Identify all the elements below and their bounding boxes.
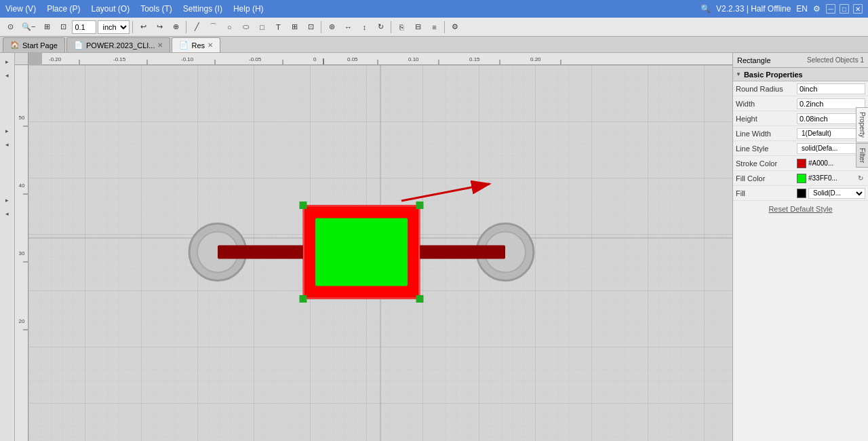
svg-rect-41: [416, 202, 423, 209]
h-ruler: -0.20 -0.15 -0.10 -0.05 0 0.05 0.10 0.15: [42, 53, 732, 65]
stroke-color-value: #A000...: [808, 159, 854, 167]
tab-res-close[interactable]: ✕: [208, 41, 213, 49]
menu-place[interactable]: Place (P): [47, 4, 80, 14]
flip-v-btn[interactable]: ↕: [357, 20, 372, 35]
left-icon-1[interactable]: ▸: [1, 56, 14, 68]
side-tab-filter[interactable]: Filter: [856, 143, 868, 168]
tab-power-close[interactable]: ✕: [157, 41, 163, 49]
svg-text:30: 30: [19, 250, 25, 256]
prop-value-line-style: solid(Defa...: [797, 143, 865, 154]
prop-value-height[interactable]: 0.08inch: [797, 113, 865, 124]
prop-label-line-width: Line Width: [736, 130, 797, 138]
prop-round-radius: Round Radius 0inch: [733, 81, 868, 96]
left-icon-6[interactable]: ◂: [1, 208, 14, 220]
main-layout: ▸ ◂ ▸ ◂ ▸ ◂ -0.20 -0.15 -0.10 -0.05: [0, 53, 868, 441]
flip-h-btn[interactable]: ↔: [340, 20, 355, 35]
zoom-input[interactable]: [72, 20, 96, 34]
svg-text:0.20: 0.20: [530, 56, 541, 62]
text-tool[interactable]: T: [271, 20, 285, 35]
stroke-color-swatch[interactable]: [797, 159, 806, 168]
search-icon[interactable]: 🔍: [701, 4, 711, 14]
ellipse-tool[interactable]: ⬭: [238, 20, 253, 35]
prop-value-stroke-color: #A000... ↻: [797, 159, 865, 168]
sep-4: [391, 21, 391, 33]
right-panel: Rectangle Selected Objects 1 ▼ Basic Pro…: [732, 53, 868, 441]
svg-text:-0.05: -0.05: [249, 56, 262, 62]
settings-tool-btn[interactable]: ⚙: [448, 20, 462, 35]
section-label: Basic Properties: [744, 71, 803, 79]
left-icon-4[interactable]: ◂: [1, 138, 14, 151]
tab-start-label: Start Page: [22, 41, 58, 50]
fill-color-swatch[interactable]: [797, 174, 806, 183]
unit-select[interactable]: inch mm: [98, 20, 130, 34]
maximize-button[interactable]: □: [840, 4, 849, 14]
menu-view[interactable]: View (V): [5, 4, 36, 14]
svg-text:-0.20: -0.20: [49, 56, 62, 62]
toolbar-btn-1[interactable]: ⊙: [3, 20, 18, 35]
svg-text:-0.10: -0.10: [181, 56, 194, 62]
prop-value-fill-style: Solid(D...: [797, 188, 865, 199]
undo-button[interactable]: ↩: [136, 20, 151, 35]
fill-color-refresh[interactable]: ↻: [856, 174, 865, 183]
redo-button[interactable]: ↪: [152, 20, 167, 35]
object-type-label: Rectangle: [737, 56, 771, 64]
basic-properties-title[interactable]: ▼ Basic Properties: [733, 68, 868, 81]
move-origin-btn[interactable]: ⊛: [324, 20, 339, 35]
line-tool[interactable]: ╱: [189, 20, 204, 35]
prop-fill-color: Fill Color #33FF0... ↻: [733, 171, 868, 186]
titlebar: View (V) Place (P) Layout (O) Tools (T) …: [0, 0, 868, 18]
main-canvas[interactable]: [28, 65, 732, 441]
menu-settings[interactable]: Settings (I): [183, 4, 222, 14]
tab-res[interactable]: 📄 Res ✕: [172, 37, 220, 52]
prop-height: Height 0.08inch: [733, 111, 868, 126]
menu-layout[interactable]: Layout (O): [91, 4, 130, 14]
toolbar-btn-grid[interactable]: ⊡: [56, 20, 71, 35]
rect-tool[interactable]: □: [254, 20, 269, 35]
svg-text:-0.15: -0.15: [113, 56, 126, 62]
side-tab-property[interactable]: Property: [856, 107, 868, 142]
tab-power[interactable]: 📄 POWER.2023_CLI... ✕: [66, 37, 171, 52]
minimize-button[interactable]: ─: [826, 4, 835, 14]
section-triangle: ▼: [736, 71, 741, 77]
align-btn[interactable]: ≡: [427, 20, 441, 35]
left-icon-2[interactable]: ◂: [1, 69, 14, 81]
component-wrapper: [172, 185, 551, 322]
menu-tools[interactable]: Tools (T): [140, 4, 172, 14]
toolbar-btn-zoom-out[interactable]: 🔍−: [19, 20, 38, 35]
close-button[interactable]: ✕: [853, 4, 863, 14]
tab-start-page[interactable]: 🏠 Start Page: [3, 37, 65, 52]
rotate-btn[interactable]: ↻: [373, 20, 388, 35]
table-tool[interactable]: ⊡: [303, 20, 318, 35]
reset-default-style[interactable]: Reset Default Style: [733, 201, 868, 217]
left-icon-3[interactable]: ▸: [1, 125, 14, 137]
menu-help[interactable]: Help (H): [233, 4, 264, 14]
arc-tool[interactable]: ⌒: [205, 20, 220, 35]
left-sidebar: ▸ ◂ ▸ ◂ ▸ ◂: [0, 53, 15, 441]
side-tabs: Property Filter: [856, 107, 868, 168]
circle-tool[interactable]: ○: [222, 20, 237, 35]
split-button[interactable]: ⊕: [168, 20, 183, 35]
canvas-area[interactable]: 50 40 30 20: [15, 65, 732, 441]
window-controls: ─ □ ✕: [826, 4, 863, 14]
toolbar-btn-zoom-fit[interactable]: ⊞: [39, 20, 54, 35]
image-tool[interactable]: ⊞: [287, 20, 302, 35]
prop-value-line-width: 1(Default): [797, 128, 865, 139]
svg-rect-36: [407, 246, 505, 259]
line-style-select[interactable]: solid(Defa...: [797, 143, 865, 154]
sep-1: [132, 21, 133, 33]
prop-label-height: Height: [736, 115, 797, 123]
line-width-select[interactable]: 1(Default): [797, 128, 865, 139]
fill-style-swatch[interactable]: [797, 189, 806, 198]
prop-value-round-radius[interactable]: 0inch: [797, 83, 865, 94]
settings-icon[interactable]: ⚙: [813, 4, 821, 14]
mirror-btn[interactable]: ⊟: [410, 20, 425, 35]
version-label: V2.2.33 | Half Offline: [716, 4, 791, 14]
panel-header: Rectangle Selected Objects 1: [733, 53, 868, 68]
prop-value-width[interactable]: 0.2inch: [797, 98, 865, 109]
svg-text:0.05: 0.05: [347, 56, 358, 62]
h-ruler-svg: -0.20 -0.15 -0.10 -0.05 0 0.05 0.10 0.15: [42, 53, 732, 65]
fill-style-select[interactable]: Solid(D...: [808, 188, 865, 199]
copy-btn[interactable]: ⎘: [394, 20, 409, 35]
left-icon-5[interactable]: ▸: [1, 194, 14, 206]
svg-rect-40: [300, 202, 307, 209]
